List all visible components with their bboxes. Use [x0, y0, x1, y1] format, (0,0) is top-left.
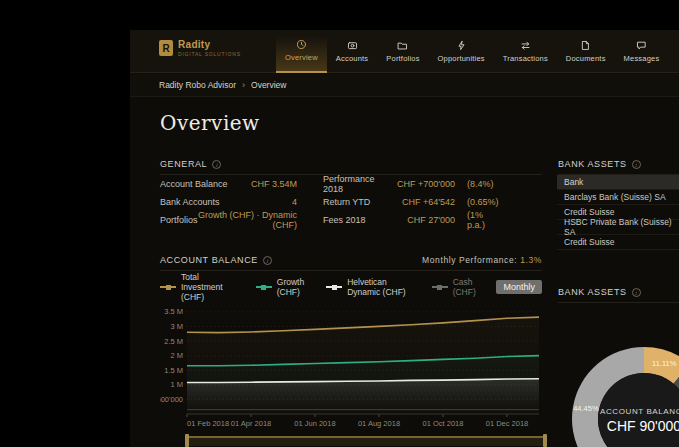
bank-list-item[interactable]: HSBC Private Bank (Suisse) SA: [557, 220, 679, 235]
bank-list-header-row: Bank: [557, 175, 679, 190]
chart-legend: Total Investment (CHF)Growth (CHF)Helvet…: [160, 280, 542, 294]
row-percent: (1% p.a.): [455, 210, 503, 230]
main-column: Overview GENERAL i Account BalanceCHF 3.…: [160, 97, 542, 446]
brush-handle-right[interactable]: [543, 434, 547, 447]
bank-assets-heading: BANK ASSETS: [558, 287, 627, 297]
svg-text:2 M: 2 M: [170, 351, 183, 360]
row-value: CHF +64'542: [402, 197, 455, 207]
svg-text:01 Oct 2018: 01 Oct 2018: [423, 419, 464, 428]
bank-assets-donut-chart: 11.11%22.22%22.22%44.45% ACCOUNT BALANCE…: [554, 329, 679, 447]
donut-wrap: 11.11%22.22%22.22%44.45% ACCOUNT BALANCE…: [557, 303, 679, 447]
legend-item-helvetican-dynamic-chf[interactable]: Helvetican Dynamic (CHF): [326, 277, 416, 297]
svg-text:01 Jun 2018: 01 Jun 2018: [294, 419, 335, 428]
row-label: Account Balance: [160, 179, 251, 189]
tab-label: Portfolios: [386, 54, 419, 63]
row-value: CHF +700'000: [397, 179, 455, 189]
breadcrumb-root[interactable]: Radity Robo Advisor: [159, 80, 236, 90]
legend-label: Cash (CHF): [453, 277, 481, 297]
general-row: Performance 2018CHF +700'000(8.4%): [323, 175, 503, 193]
tab-accounts[interactable]: Accounts: [327, 30, 377, 73]
row-label: Portfolios: [160, 215, 198, 225]
nav-tabs: OverviewAccountsPortfoliosOpportunitiesT…: [276, 30, 668, 73]
document-icon: [580, 40, 591, 51]
bank-list-item[interactable]: Credit Suisse: [557, 235, 679, 250]
banknote-icon: [347, 40, 358, 51]
general-section-header: GENERAL i: [160, 159, 542, 175]
account-balance-header: ACCOUNT BALANCE i Monthly Performance: 1…: [160, 255, 542, 271]
svg-text:01 Aug 2018: 01 Aug 2018: [358, 419, 400, 428]
tab-opportunities[interactable]: Opportunities: [429, 30, 494, 73]
donut-center-value: CHF 90'000: [607, 418, 679, 434]
chat-icon: [636, 40, 647, 51]
monthly-performance-label: Monthly Performance:: [422, 255, 517, 265]
row-percent: (8.4%): [455, 179, 503, 189]
top-navigation-bar: R Radity DIGITAL SOLUTIONS OverviewAccou…: [130, 30, 679, 73]
row-value: CHF 3.54M: [251, 179, 297, 189]
legend-item-growth-chf[interactable]: Growth (CHF): [256, 277, 310, 297]
tab-documents[interactable]: Documents: [557, 30, 615, 73]
period-monthly-button[interactable]: Monthly: [496, 280, 542, 294]
bank-list-item[interactable]: Barclays Bank (Suisse) SA: [557, 190, 679, 205]
general-left-table: Account BalanceCHF 3.54MBank Accounts4Po…: [160, 175, 297, 229]
chevron-right-icon: ›: [242, 80, 245, 90]
tab-label: Opportunities: [438, 54, 485, 63]
tab-overview[interactable]: Overview: [276, 30, 327, 73]
svg-text:3 M: 3 M: [170, 322, 183, 331]
legend-marker-icon: [326, 286, 342, 288]
general-row: Return YTDCHF +64'542(0.65%): [323, 193, 503, 211]
general-row: Fees 2018CHF 27'000(1% p.a.): [323, 211, 503, 229]
swap-icon: [520, 40, 531, 51]
info-icon[interactable]: i: [212, 160, 221, 169]
bank-assets-chart-header: BANK ASSETS i: [558, 287, 679, 303]
folder-icon: [397, 40, 408, 51]
clock-icon: [296, 39, 307, 50]
brand-logo[interactable]: R Radity DIGITAL SOLUTIONS: [159, 39, 241, 57]
row-label: Return YTD: [323, 197, 402, 207]
brand-tagline: DIGITAL SOLUTIONS: [178, 51, 241, 57]
monthly-performance: Monthly Performance: 1.3%: [422, 255, 542, 265]
row-label: Fees 2018: [323, 215, 407, 225]
svg-text:500'000: 500'000: [160, 395, 183, 404]
chart-range-brush[interactable]: [187, 436, 545, 446]
account-balance-heading: ACCOUNT BALANCE: [160, 255, 258, 265]
row-value: 4: [292, 197, 297, 207]
bank-list: BankBarclays Bank (Suisse) SACredit Suis…: [557, 175, 679, 250]
general-section: GENERAL i Account BalanceCHF 3.54MBank A…: [160, 159, 542, 229]
svg-text:1.5 M: 1.5 M: [164, 366, 183, 375]
app-window: R Radity DIGITAL SOLUTIONS OverviewAccou…: [130, 30, 679, 447]
legend-item-total-investment-chf[interactable]: Total Investment (CHF): [160, 272, 240, 302]
info-icon[interactable]: i: [263, 256, 272, 265]
breadcrumb-current: Overview: [251, 80, 286, 90]
svg-text:01 Feb 2018: 01 Feb 2018: [187, 419, 229, 428]
svg-text:01 Apr 2018: 01 Apr 2018: [231, 419, 271, 428]
general-row: PortfoliosGrowth (CHF) · Dynamic (CHF): [160, 211, 297, 229]
tab-portfolios[interactable]: Portfolios: [377, 30, 428, 73]
donut-slice-label: 44.45%: [573, 404, 599, 413]
svg-text:1 M: 1 M: [170, 380, 183, 389]
info-icon[interactable]: i: [632, 288, 641, 297]
svg-text:01 Dec 2018: 01 Dec 2018: [486, 419, 529, 428]
brush-handle-left[interactable]: [185, 434, 189, 447]
row-label: Bank Accounts: [160, 197, 292, 207]
legend-item-cash-chf[interactable]: Cash (CHF): [432, 277, 481, 297]
svg-text:2.5 M: 2.5 M: [164, 337, 183, 346]
bank-assets-chart-section: BANK ASSETS i 11.11%22.22%22.22%44.45% A…: [557, 287, 679, 447]
legend-marker-icon: [256, 286, 272, 288]
screenshot-stage: R Radity DIGITAL SOLUTIONS OverviewAccou…: [0, 0, 679, 447]
legend-marker-icon: [160, 286, 176, 288]
flash-icon: [456, 40, 467, 51]
breadcrumb: Radity Robo Advisor › Overview: [130, 74, 679, 97]
donut-slice-label: 11.11%: [652, 359, 677, 368]
tab-transactions[interactable]: Transactions: [494, 30, 557, 73]
info-icon[interactable]: i: [632, 160, 641, 169]
legend-marker-icon: [432, 286, 448, 288]
radity-logo-icon: R: [159, 40, 173, 56]
tab-messages[interactable]: Messages: [615, 30, 669, 73]
svg-text:3.5 M: 3.5 M: [164, 307, 183, 316]
general-row: Bank Accounts4: [160, 193, 297, 211]
general-right-table: Performance 2018CHF +700'000(8.4%)Return…: [323, 175, 503, 229]
brand-name: Radity: [178, 39, 241, 50]
bank-assets-heading: BANK ASSETS: [558, 159, 627, 169]
sidebar: BANK ASSETS i BankBarclays Bank (Suisse)…: [557, 97, 679, 447]
bank-assets-list-section: BANK ASSETS i BankBarclays Bank (Suisse)…: [557, 159, 679, 250]
